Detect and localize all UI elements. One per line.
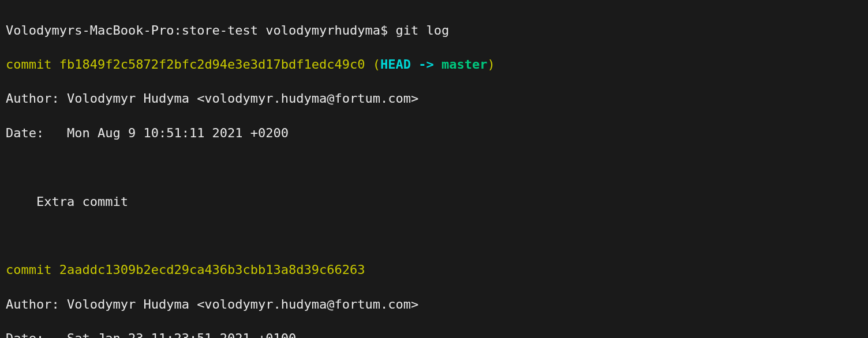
date-line-1: Date: Mon Aug 9 10:51:11 2021 +0200 <box>6 125 862 142</box>
author-line-2: Author: Volodymyr Hudyma <volodymyr.hudy… <box>6 296 862 313</box>
head-ref: HEAD -> <box>380 57 442 72</box>
date-line-2: Date: Sat Jan 23 11:23:51 2021 +0100 <box>6 330 862 338</box>
prompt-line-1: Volodymyrs-MacBook-Pro:store-test volody… <box>6 22 862 39</box>
commit-line-1: commit fb1849f2c5872f2bfc2d94e3e3d17bdf1… <box>6 56 862 73</box>
commit-hash: fb1849f2c5872f2bfc2d94e3e3d17bdf1edc49c0 <box>59 57 365 72</box>
command-text: git log <box>396 23 450 37</box>
commit-line-2: commit 2aaddc1309b2ecd29ca436b3cbb13a8d3… <box>6 261 862 279</box>
blank-line <box>6 227 862 245</box>
commit-hash: 2aaddc1309b2ecd29ca436b3cbb13a8d39c66263 <box>59 262 365 277</box>
paren-open: ( <box>365 57 381 72</box>
branch-name: master <box>442 57 487 72</box>
blank-line <box>6 159 862 176</box>
author-line-1: Author: Volodymyr Hudyma <volodymyr.hudy… <box>6 90 862 107</box>
paren-close: ) <box>487 57 495 72</box>
commit-prefix: commit <box>6 57 59 72</box>
commit-prefix: commit <box>6 262 59 277</box>
commit-message-1: Extra commit <box>6 193 862 211</box>
terminal-output[interactable]: Volodymyrs-MacBook-Pro:store-test volody… <box>6 5 862 338</box>
shell-prompt: Volodymyrs-MacBook-Pro:store-test volody… <box>6 23 396 37</box>
